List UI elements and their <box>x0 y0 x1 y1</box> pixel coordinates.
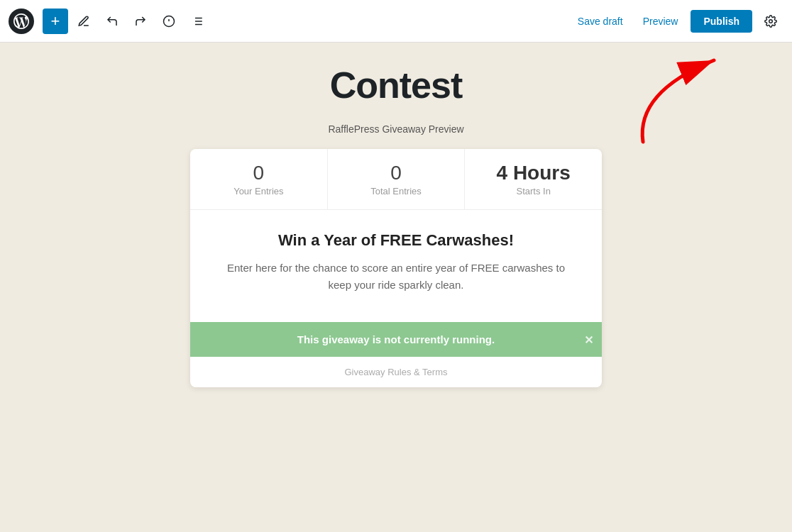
publish-button[interactable]: Publish <box>691 10 752 33</box>
total-entries-label: Total Entries <box>335 186 458 196</box>
svg-point-9 <box>769 19 773 23</box>
wordpress-logo[interactable] <box>9 9 34 34</box>
close-banner-button[interactable]: ✕ <box>584 333 593 346</box>
redo-button[interactable] <box>128 9 153 34</box>
preview-button[interactable]: Preview <box>636 11 686 31</box>
starts-in-number: 4 Hours <box>472 162 595 184</box>
settings-button[interactable] <box>758 9 783 34</box>
your-entries-number: 0 <box>197 162 320 184</box>
stats-row: 0 Your Entries 0 Total Entries 4 Hours S… <box>190 149 602 210</box>
undo-button[interactable] <box>99 9 125 34</box>
card-description: Enter here for the chance to score an en… <box>219 260 573 294</box>
toolbar: + <box>0 0 792 43</box>
your-entries-stat: 0 Your Entries <box>190 149 328 209</box>
main-content: Contest RafflePress Giveaway Preview 0 Y… <box>0 43 792 532</box>
your-entries-label: Your Entries <box>197 186 320 196</box>
page-title: Contest <box>330 64 463 106</box>
starts-in-stat: 4 Hours Starts In <box>465 149 602 209</box>
info-button[interactable] <box>156 9 182 34</box>
card-title: Win a Year of FREE Carwashes! <box>219 231 573 250</box>
rules-link[interactable]: Giveaway Rules & Terms <box>190 357 602 387</box>
toolbar-right: Save draft Preview Publish <box>571 9 783 34</box>
save-draft-button[interactable]: Save draft <box>571 11 630 31</box>
total-entries-stat: 0 Total Entries <box>328 149 466 209</box>
starts-in-label: Starts In <box>472 186 595 196</box>
total-entries-number: 0 <box>335 162 458 184</box>
not-running-banner: This giveaway is not currently running. … <box>190 322 602 357</box>
card-body: Win a Year of FREE Carwashes! Enter here… <box>190 210 602 322</box>
add-block-button[interactable]: + <box>43 9 68 34</box>
red-arrow-annotation <box>622 50 735 156</box>
banner-text: This giveaway is not currently running. <box>297 333 495 345</box>
list-view-button[interactable] <box>185 9 210 34</box>
tools-button[interactable] <box>71 9 97 34</box>
preview-label: RafflePress Giveaway Preview <box>328 123 463 135</box>
giveaway-card: 0 Your Entries 0 Total Entries 4 Hours S… <box>190 149 602 387</box>
